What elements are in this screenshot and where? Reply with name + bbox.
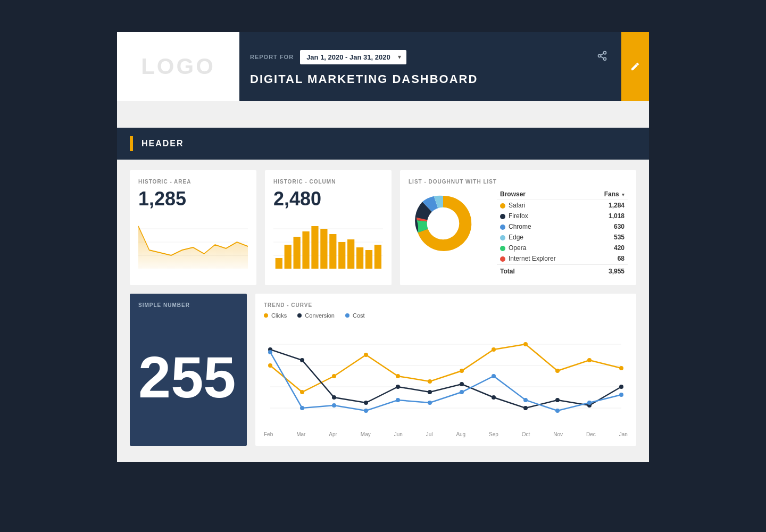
logo: LOGO [141,54,215,79]
legend-item: Cost [345,312,365,319]
svg-point-57 [428,401,432,405]
svg-point-62 [587,401,592,405]
x-axis-label: May [361,431,371,437]
svg-rect-13 [294,237,301,269]
bottom-row: SIMPLE NUMBER 255 TREND - CURVE Clicks C… [117,294,649,446]
svg-line-4 [601,53,604,55]
legend-item: Conversion [297,312,335,319]
report-for-row: REPORT FOR Jan 1, 2020 - Jan 31, 2020 [250,47,638,67]
historic-column-title: HISTORIC - COLUMN [273,179,383,185]
svg-point-49 [555,398,560,402]
share-button[interactable] [594,47,611,67]
simple-number-value: 255 [138,317,238,437]
svg-point-1 [598,54,601,57]
browser-fans: 1,284 [588,200,628,211]
x-axis-label: Apr [329,431,337,437]
svg-rect-12 [285,245,292,269]
x-axis-label: Dec [586,431,596,437]
total-value: 3,955 [588,264,628,277]
header-right: REPORT FOR Jan 1, 2020 - Jan 31, 2020 DI… [239,32,649,101]
trend-card: TREND - CURVE Clicks Conversion Cost [255,294,636,446]
browser-fans: 1,018 [588,211,628,221]
gray-band [117,101,649,128]
browser-name: Safari [497,200,588,211]
svg-rect-11 [276,258,282,269]
table-row: Internet Explorer 68 [497,253,628,264]
browser-name: Firefox [497,211,588,221]
x-axis-label: Oct [522,431,530,437]
trend-chart [264,323,628,429]
cards-row: HISTORIC - AREA 1,285 [117,170,649,285]
svg-point-52 [268,350,272,354]
svg-rect-18 [338,242,345,269]
simple-number-label: SIMPLE NUMBER [138,302,238,308]
svg-point-35 [492,347,496,352]
section-header: HEADER [117,128,649,160]
svg-point-41 [300,358,304,362]
svg-rect-17 [329,234,336,269]
x-axis-label: Nov [553,431,563,437]
historic-area-title: HISTORIC - AREA [138,179,248,185]
svg-rect-21 [365,250,372,269]
table-row: Edge 535 [497,232,628,243]
svg-point-42 [332,395,336,400]
svg-point-59 [492,374,496,378]
svg-point-56 [396,398,400,402]
section-header-title: HEADER [141,139,184,148]
column-chart [273,215,383,269]
svg-point-33 [428,379,432,384]
browser-fans: 630 [588,221,628,232]
browser-table: Browser Fans ▾ Safari [497,189,628,277]
fans-col-header[interactable]: Fans ▾ [588,189,628,200]
x-axis-label: Aug [456,431,465,437]
trend-title: TREND - CURVE [264,302,628,308]
legend-item: Clicks [264,312,287,319]
svg-point-58 [460,390,464,394]
browser-name: Opera [497,243,588,253]
simple-number-card: SIMPLE NUMBER 255 [130,294,247,446]
svg-point-2 [604,57,606,60]
report-header: LOGO REPORT FOR Jan 1, 2020 - Jan 31, 20… [117,32,649,101]
table-row: Safari 1,284 [497,200,628,211]
svg-point-31 [364,353,368,357]
svg-point-39 [619,366,623,370]
svg-point-37 [555,369,560,373]
legend-dot [297,313,302,318]
svg-point-45 [428,390,432,394]
edit-button[interactable] [621,32,649,101]
svg-point-30 [332,374,336,378]
table-row: Opera 420 [497,243,628,253]
legend-label: Conversion [305,312,335,319]
sort-icon: ▾ [622,192,625,197]
svg-point-54 [332,403,336,408]
svg-rect-20 [356,247,363,269]
doughnut-list: Browser Fans ▾ Safari [497,189,628,277]
date-range-select[interactable]: Jan 1, 2020 - Jan 31, 2020 [300,50,406,64]
svg-point-0 [604,51,606,54]
trend-legend: Clicks Conversion Cost [264,312,628,319]
svg-point-51 [619,385,623,389]
svg-point-43 [364,401,368,405]
date-select-wrapper[interactable]: Jan 1, 2020 - Jan 31, 2020 [300,50,406,64]
svg-point-55 [364,409,368,413]
historic-column-card: HISTORIC - COLUMN 2,480 [265,170,392,285]
svg-point-34 [460,369,464,373]
main-content: HEADER HISTORIC - AREA 1,285 [117,128,649,462]
x-axis-label: Mar [296,431,305,437]
x-axis-label: Jan [619,431,628,437]
historic-area-card: HISTORIC - AREA 1,285 [130,170,256,285]
table-row: Chrome 630 [497,221,628,232]
svg-point-23 [427,207,460,240]
svg-point-44 [396,385,400,389]
svg-rect-19 [347,239,354,269]
dashboard-title: DIGITAL MARKETING DASHBOARD [250,72,638,86]
svg-point-47 [492,395,496,400]
table-row: Firefox 1,018 [497,211,628,221]
browser-name: Chrome [497,221,588,232]
svg-line-3 [601,56,604,58]
svg-point-29 [300,390,304,394]
doughnut-chart [409,189,488,260]
x-axis-label: Jul [426,431,433,437]
browser-name: Internet Explorer [497,253,588,264]
report-for-label: REPORT FOR [250,54,294,60]
